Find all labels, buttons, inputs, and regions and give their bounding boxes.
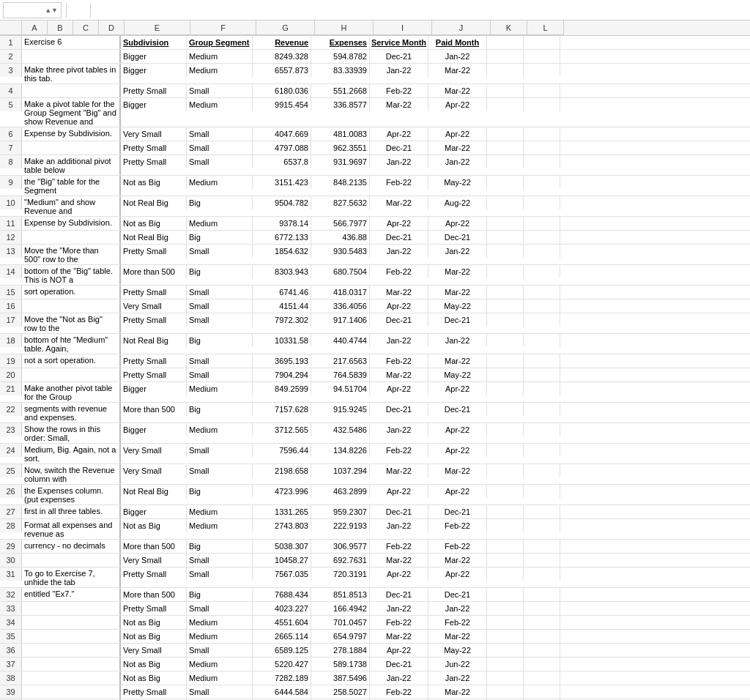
cell-group-segment[interactable]: Big: [187, 403, 253, 416]
cell-service-month[interactable]: Feb-22: [370, 540, 428, 553]
cell-subdivision[interactable]: Not as Big: [121, 616, 187, 629]
row-number[interactable]: 32: [0, 588, 22, 601]
cell-paid-month[interactable]: Feb-22: [428, 616, 487, 629]
cell-instructions[interactable]: the "Big" table for the Segment: [22, 176, 121, 196]
cell-revenue[interactable]: 3151.423: [253, 176, 311, 189]
cell-paid-month[interactable]: Mar-22: [428, 464, 487, 477]
row-number[interactable]: 9: [0, 176, 22, 189]
cell-instructions[interactable]: [22, 602, 121, 615]
cell-revenue[interactable]: 6741.46: [253, 286, 311, 299]
cell-service-month[interactable]: Mar-22: [370, 368, 428, 381]
cell-paid-month[interactable]: Mar-22: [428, 354, 487, 368]
cell-group-segment[interactable]: Group Segment: [187, 36, 253, 49]
cell-group-segment[interactable]: Medium: [187, 98, 253, 111]
row-number[interactable]: 39: [0, 685, 22, 699]
cell-instructions[interactable]: Now, switch the Revenue column with: [22, 464, 121, 484]
cell-instructions[interactable]: entitled "Ex7.": [22, 588, 121, 601]
cell-k[interactable]: [487, 217, 524, 230]
cell-instructions[interactable]: [22, 616, 121, 629]
row-number[interactable]: 13: [0, 245, 22, 258]
cell-revenue[interactable]: 4551.604: [253, 616, 311, 629]
cell-revenue[interactable]: 2198.658: [253, 464, 311, 477]
cell-expenses[interactable]: 680.7504: [311, 265, 370, 278]
col-header-f[interactable]: F: [190, 21, 256, 35]
row-number[interactable]: 11: [0, 217, 22, 230]
cell-expenses[interactable]: 594.8782: [311, 50, 370, 63]
cell-group-segment[interactable]: Small: [187, 299, 253, 313]
cell-group-segment[interactable]: Big: [187, 265, 253, 278]
cell-expenses[interactable]: 440.4744: [311, 334, 370, 347]
cell-subdivision[interactable]: Pretty Small: [121, 368, 187, 381]
cell-expenses[interactable]: 848.2135: [311, 176, 370, 189]
row-number[interactable]: 18: [0, 334, 22, 347]
cell-expenses[interactable]: 258.5027: [311, 685, 370, 699]
cell-group-segment[interactable]: Small: [187, 286, 253, 299]
cell-service-month[interactable]: Jan-22: [370, 245, 428, 258]
cell-l[interactable]: [524, 155, 560, 168]
cell-paid-month[interactable]: Jan-22: [428, 334, 487, 347]
cell-service-month[interactable]: Feb-22: [370, 84, 428, 97]
cell-expenses[interactable]: 336.4056: [311, 299, 370, 313]
cell-service-month[interactable]: Mar-22: [370, 196, 428, 209]
cell-expenses[interactable]: 851.8513: [311, 588, 370, 601]
cell-l[interactable]: [524, 403, 560, 416]
cell-paid-month[interactable]: Apr-22: [428, 567, 487, 581]
cell-expenses[interactable]: 962.3551: [311, 141, 370, 154]
cell-paid-month[interactable]: Mar-22: [428, 265, 487, 278]
cell-paid-month[interactable]: Dec-21: [428, 313, 487, 327]
cell-revenue[interactable]: 7567.035: [253, 567, 311, 581]
cell-instructions[interactable]: Medium, Big. Again, not a sort.: [22, 444, 121, 463]
cell-l[interactable]: [524, 485, 560, 498]
cell-expenses[interactable]: 930.5483: [311, 245, 370, 258]
cell-instructions[interactable]: Make three pivot tables in this tab.: [22, 64, 121, 83]
cell-service-month[interactable]: Apr-22: [370, 644, 428, 657]
cell-group-segment[interactable]: Medium: [187, 382, 253, 395]
cell-l[interactable]: [524, 505, 560, 518]
row-number[interactable]: 19: [0, 354, 22, 368]
cell-k[interactable]: [487, 671, 524, 685]
cell-paid-month[interactable]: Apr-22: [428, 127, 487, 141]
col-header-g[interactable]: G: [256, 21, 315, 35]
cell-service-month[interactable]: Jan-22: [370, 64, 428, 77]
col-header-k[interactable]: K: [491, 21, 527, 35]
cell-instructions[interactable]: [22, 630, 121, 643]
cell-expenses[interactable]: 94.51704: [311, 382, 370, 395]
cell-service-month[interactable]: Feb-22: [370, 616, 428, 629]
cell-paid-month[interactable]: Jan-22: [428, 155, 487, 168]
cell-service-month[interactable]: Mar-22: [370, 464, 428, 477]
cell-revenue[interactable]: 9504.782: [253, 196, 311, 209]
cell-k[interactable]: [487, 231, 524, 244]
cell-k[interactable]: [487, 444, 524, 457]
cell-service-month[interactable]: Apr-22: [370, 567, 428, 581]
cell-l[interactable]: [524, 334, 560, 347]
cell-paid-month[interactable]: Aug-22: [428, 196, 487, 209]
cell-l[interactable]: [524, 265, 560, 278]
cell-expenses[interactable]: 764.5839: [311, 368, 370, 381]
cell-service-month[interactable]: Dec-21: [370, 231, 428, 244]
cell-expenses[interactable]: 692.7631: [311, 554, 370, 567]
cell-paid-month[interactable]: Apr-22: [428, 444, 487, 457]
cell-expenses[interactable]: 551.2668: [311, 84, 370, 97]
cell-subdivision[interactable]: Bigger: [121, 505, 187, 518]
row-number[interactable]: 28: [0, 519, 22, 532]
row-number[interactable]: 10: [0, 196, 22, 209]
cell-revenue[interactable]: 7904.294: [253, 368, 311, 381]
row-number[interactable]: 23: [0, 423, 22, 436]
cell-paid-month[interactable]: Mar-22: [428, 84, 487, 97]
cell-paid-month[interactable]: Dec-21: [428, 588, 487, 601]
col-header-l[interactable]: L: [527, 21, 564, 35]
cell-k[interactable]: [487, 602, 524, 615]
cell-revenue[interactable]: 8303.943: [253, 265, 311, 278]
cell-service-month[interactable]: Jan-22: [370, 671, 428, 685]
cell-group-segment[interactable]: Medium: [187, 64, 253, 77]
cell-instructions[interactable]: currency - no decimals: [22, 540, 121, 553]
cell-subdivision[interactable]: Not as Big: [121, 217, 187, 230]
cell-paid-month[interactable]: Apr-22: [428, 382, 487, 395]
cell-group-segment[interactable]: Big: [187, 334, 253, 347]
cell-revenue[interactable]: 6772.133: [253, 231, 311, 244]
cell-instructions[interactable]: [22, 685, 121, 699]
cell-k[interactable]: [487, 155, 524, 168]
cell-subdivision[interactable]: More than 500: [121, 265, 187, 278]
cell-revenue[interactable]: 7972.302: [253, 313, 311, 327]
row-number[interactable]: 2: [0, 50, 22, 63]
